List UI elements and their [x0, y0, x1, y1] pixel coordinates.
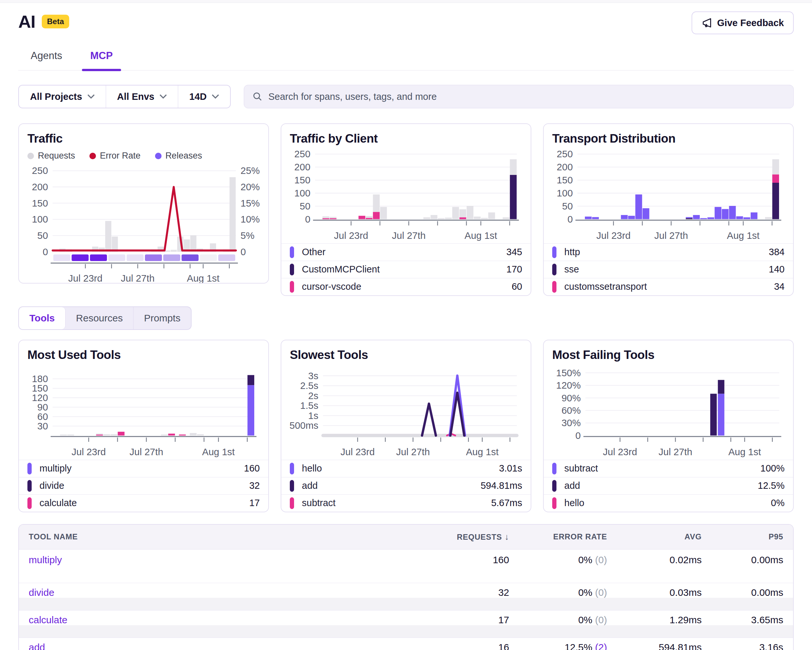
table-row[interactable]: divide 32 0% (0) 0.03ms 0.00ms — [19, 583, 793, 610]
legend-row-other[interactable]: Other 345 — [281, 243, 531, 261]
svg-text:100: 100 — [557, 188, 573, 198]
legend-requests[interactable]: Requests — [27, 151, 75, 161]
svg-text:200: 200 — [557, 162, 573, 172]
give-feedback-button[interactable]: Give Feedback — [691, 11, 794, 34]
col-p95[interactable]: P95 — [702, 532, 783, 541]
p95-cell: 0.00ms — [702, 583, 783, 602]
date-range-dropdown[interactable]: 14D — [178, 85, 230, 108]
svg-text:50: 50 — [37, 230, 48, 241]
svg-text:Aug 1st: Aug 1st — [202, 446, 235, 457]
p95-cell: 0.00ms — [702, 549, 783, 571]
svg-text:180: 180 — [32, 373, 48, 384]
svg-text:5%: 5% — [241, 230, 255, 241]
series-marker — [552, 264, 556, 275]
legend-row-http[interactable]: http 384 — [544, 243, 793, 261]
svg-text:120%: 120% — [556, 380, 581, 391]
tab-prompts[interactable]: Prompts — [133, 307, 191, 329]
requests-cell: 16 — [427, 638, 509, 650]
legend-row-cursor-vscode[interactable]: cursor-vscode 60 — [281, 278, 531, 295]
legend-error-rate[interactable]: Error Rate — [89, 151, 140, 161]
avg-cell: 0.03ms — [607, 583, 702, 602]
legend-row-sse[interactable]: sse 140 — [544, 261, 793, 278]
tab-tools[interactable]: Tools — [19, 307, 66, 329]
legend-row-calculate[interactable]: calculate 17 — [19, 494, 268, 512]
traffic-chart[interactable]: 05010015020025005%10%15%20%25%Jul 23rdJu… — [27, 163, 260, 283]
legend-row-subtract[interactable]: subtract 100% — [544, 460, 793, 477]
series-marker — [290, 480, 294, 492]
table-row[interactable]: multiply 160 0% (0) 0.02ms 0.00ms — [19, 549, 793, 583]
svg-text:Jul 27th: Jul 27th — [130, 446, 163, 457]
window-top-strip — [0, 0, 812, 3]
col-error-rate[interactable]: ERROR RATE — [509, 532, 607, 541]
svg-text:150: 150 — [32, 198, 48, 209]
error-count: (0) — [595, 554, 607, 565]
p95-cell: 3.65ms — [702, 610, 783, 629]
requests-cell: 160 — [427, 549, 509, 571]
table-row[interactable]: calculate 17 0% (0) 1.29ms 3.65ms — [19, 610, 793, 638]
most-failing-tools-chart[interactable]: 030%60%90%120%150%Jul 23rdJul 27thAug 1s… — [552, 364, 785, 458]
tool-link-calculate[interactable]: calculate — [29, 615, 67, 625]
releases-dot-icon — [155, 153, 162, 159]
chevron-down-icon — [212, 94, 219, 99]
search-bar[interactable] — [244, 85, 794, 108]
svg-text:1s: 1s — [308, 410, 318, 421]
series-marker — [290, 497, 294, 509]
charts-row-1: Traffic Requests Error Rate Releases — [18, 124, 794, 296]
svg-text:0: 0 — [241, 246, 246, 257]
slowest-tools-chart[interactable]: 500ms1s1.5s2s2.5s3sJul 23rdJul 27thAug 1… — [290, 364, 522, 458]
series-marker — [552, 497, 556, 509]
svg-text:15%: 15% — [241, 198, 260, 209]
search-icon — [253, 92, 263, 101]
tab-resources[interactable]: Resources — [66, 307, 133, 329]
col-requests[interactable]: REQUESTS↓ — [427, 532, 509, 542]
card-title: Transport Distribution — [552, 132, 785, 145]
transport-distribution-chart[interactable]: 050100150200250Jul 23rdJul 27thAug 1st — [552, 148, 785, 242]
series-marker — [552, 463, 556, 475]
legend-row-hello[interactable]: hello 3.01s — [281, 460, 531, 477]
card-title: Slowest Tools — [290, 348, 522, 362]
col-tool-name[interactable]: TOOL NAME — [29, 532, 427, 541]
svg-text:Aug 1st: Aug 1st — [466, 446, 499, 457]
table-header-row: TOOL NAME REQUESTS↓ ERROR RATE AVG P95 — [19, 525, 793, 549]
legend-row-custommcpclient[interactable]: CustomMCPClient 170 — [281, 261, 531, 278]
search-input[interactable] — [268, 92, 785, 102]
svg-text:250: 250 — [557, 148, 573, 159]
series-marker — [290, 463, 294, 475]
traffic-by-client-chart[interactable]: 050100150200250Jul 23rdJul 27thAug 1st — [290, 148, 522, 242]
svg-text:Aug 1st: Aug 1st — [464, 230, 497, 241]
most-used-tools-chart[interactable]: 306090120150180Jul 23rdJul 27thAug 1st — [27, 364, 260, 458]
p95-cell: 3.16s — [702, 638, 783, 650]
tool-link-divide[interactable]: divide — [29, 587, 54, 598]
tab-agents[interactable]: Agents — [29, 45, 64, 70]
series-marker — [552, 246, 556, 258]
traffic-card: Traffic Requests Error Rate Releases — [18, 124, 269, 284]
legend-row-hello[interactable]: hello 0% — [544, 494, 793, 512]
traffic-by-client-card: Traffic by Client 050100150200250Jul 23r… — [281, 124, 531, 296]
legend-releases[interactable]: Releases — [155, 151, 202, 161]
most-failing-tools-card: Most Failing Tools 030%60%90%120%150%Jul… — [543, 340, 794, 512]
avg-cell: 1.29ms — [607, 610, 702, 629]
legend-row-add[interactable]: add 594.81ms — [281, 477, 531, 494]
tool-link-add[interactable]: add — [29, 642, 45, 650]
transport-distribution-card: Transport Distribution 050100150200250Ju… — [543, 124, 794, 296]
svg-text:0: 0 — [568, 214, 573, 224]
legend-row-multiply[interactable]: multiply 160 — [19, 460, 268, 477]
legend-row-customssetransport[interactable]: customssetransport 34 — [544, 278, 793, 295]
svg-text:120: 120 — [32, 392, 48, 403]
error-count-link[interactable]: (2) — [595, 642, 607, 650]
legend-row-add[interactable]: add 12.5% — [544, 477, 793, 494]
table-row[interactable]: add 16 12.5% (2) 594.81ms 3.16s — [19, 638, 793, 650]
tab-mcp[interactable]: MCP — [89, 45, 114, 70]
legend-row-subtract[interactable]: subtract 5.67ms — [281, 494, 531, 512]
svg-text:500ms: 500ms — [290, 420, 318, 431]
envs-filter-dropdown[interactable]: All Envs — [106, 85, 178, 108]
svg-text:150%: 150% — [556, 368, 581, 378]
legend-row-divide[interactable]: divide 32 — [19, 477, 268, 494]
requests-cell: 17 — [427, 610, 509, 629]
col-avg[interactable]: AVG — [607, 532, 702, 541]
svg-text:200: 200 — [32, 182, 48, 192]
svg-text:250: 250 — [295, 148, 310, 159]
tool-link-multiply[interactable]: multiply — [29, 554, 62, 565]
svg-text:150: 150 — [557, 175, 573, 185]
projects-filter-dropdown[interactable]: All Projects — [19, 85, 106, 108]
